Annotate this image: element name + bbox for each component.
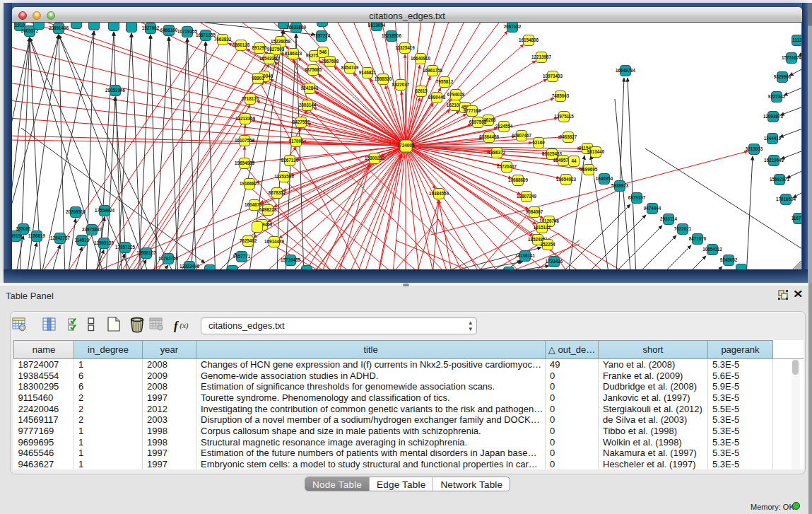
svg-text:2867608: 2867608	[322, 59, 339, 64]
svg-text:18807249: 18807249	[517, 194, 537, 199]
svg-text:11325419: 11325419	[395, 45, 415, 50]
svg-text:891295: 891295	[252, 45, 267, 50]
svg-text:7955812: 7955812	[436, 79, 454, 84]
svg-text:16046766: 16046766	[245, 202, 265, 207]
svg-text:3124554: 3124554	[495, 124, 513, 129]
svg-text:8267130: 8267130	[281, 158, 299, 163]
svg-text:7386372: 7386372	[488, 150, 506, 155]
svg-text:15226058: 15226058	[271, 39, 291, 44]
svg-text:16914479: 16914479	[264, 239, 285, 244]
svg-text:16671355: 16671355	[196, 33, 216, 37]
svg-text:16033809: 16033809	[286, 25, 307, 30]
svg-text:114519: 114519	[75, 238, 90, 243]
svg-text:6466160: 6466160	[160, 28, 178, 33]
svg-text:1640954: 1640954	[596, 176, 613, 181]
svg-text:1615132: 1615132	[534, 225, 551, 230]
svg-text:1588520: 1588520	[375, 76, 392, 81]
svg-text:16782759: 16782759	[158, 256, 179, 261]
svg-text:9777169: 9777169	[464, 108, 481, 113]
svg-text:8322037: 8322037	[392, 82, 410, 87]
svg-text:16648784: 16648784	[616, 68, 636, 73]
svg-text:2087682: 2087682	[504, 24, 522, 29]
svg-text:17016504: 17016504	[776, 197, 796, 201]
svg-text:16640910: 16640910	[411, 56, 431, 61]
svg-text:16154808: 16154808	[519, 37, 539, 42]
svg-text:15716485: 15716485	[281, 257, 301, 262]
svg-text:2935114: 2935114	[660, 216, 678, 221]
svg-text:10807467: 10807467	[512, 133, 532, 138]
svg-text:3215933: 3215933	[746, 146, 763, 151]
svg-text:11958107: 11958107	[136, 250, 156, 255]
svg-text:16107553: 16107553	[235, 138, 255, 143]
svg-text:7625402: 7625402	[240, 238, 257, 243]
svg-text:15300293: 15300293	[365, 156, 385, 160]
svg-text:12093873: 12093873	[763, 114, 784, 119]
svg-text:12942737: 12942737	[50, 235, 71, 240]
svg-text:7632621: 7632621	[674, 226, 692, 231]
svg-text:62160: 62160	[532, 140, 545, 145]
svg-text:917006: 917006	[288, 139, 304, 144]
svg-text:9084067: 9084067	[526, 209, 543, 214]
svg-text:8678352: 8678352	[269, 190, 286, 195]
svg-text:10654112: 10654112	[702, 247, 722, 252]
svg-text:11353594: 11353594	[274, 174, 294, 179]
svg-text:6897508: 6897508	[469, 119, 487, 124]
svg-text:9245652: 9245652	[720, 257, 738, 262]
svg-text:8813054: 8813054	[368, 23, 386, 28]
svg-text:(x): (x)	[180, 321, 189, 330]
svg-text:1910: 1910	[15, 23, 25, 28]
svg-text:3915: 3915	[12, 233, 20, 238]
svg-text:14136141: 14136141	[515, 253, 536, 258]
svg-text:20364436: 20364436	[479, 134, 500, 139]
svg-text:9227342: 9227342	[768, 94, 786, 99]
svg-text:9242843: 9242843	[301, 86, 319, 90]
svg-text:8471676: 8471676	[689, 236, 707, 241]
svg-text:29053346: 29053346	[105, 88, 126, 93]
svg-text:335081: 335081	[16, 226, 31, 231]
svg-text:9813440: 9813440	[587, 149, 605, 154]
svg-text:17957225: 17957225	[115, 245, 136, 250]
svg-text:16543362: 16543362	[259, 56, 280, 61]
svg-text:12975115: 12975115	[554, 114, 574, 119]
svg-text:1724005: 1724005	[397, 143, 415, 148]
svg-text:16210643: 16210643	[764, 158, 784, 163]
svg-text:12505135: 12505135	[94, 240, 114, 245]
svg-text:9329966: 9329966	[774, 74, 792, 79]
svg-text:f: f	[174, 319, 180, 332]
svg-text:19384554: 19384554	[429, 191, 449, 196]
svg-text:12923446: 12923446	[180, 264, 200, 269]
svg-text:15751074: 15751074	[782, 55, 801, 60]
svg-text:15692971: 15692971	[770, 177, 790, 182]
svg-text:116753: 116753	[792, 216, 801, 221]
svg-text:8186323: 8186323	[285, 51, 302, 56]
svg-text:1112: 1112	[792, 37, 801, 42]
svg-text:9146821: 9146821	[359, 70, 377, 75]
svg-text:8427552: 8427552	[293, 119, 310, 124]
svg-text:16961758: 16961758	[423, 68, 443, 73]
svg-text:9699695: 9699695	[580, 167, 598, 172]
svg-text:62615: 62615	[415, 88, 428, 93]
svg-text:1156819: 1156819	[28, 233, 46, 238]
svg-text:10688609: 10688609	[508, 177, 529, 182]
svg-text:252254: 252254	[540, 242, 555, 247]
svg-text:19218506: 19218506	[382, 33, 402, 38]
svg-text:7485063: 7485063	[552, 93, 570, 98]
svg-text:19166827: 19166827	[240, 181, 260, 186]
svg-text:546: 546	[319, 49, 327, 54]
svg-text:15720407: 15720407	[497, 164, 517, 169]
svg-text:2718176: 2718176	[242, 96, 259, 101]
svg-text:20206516: 20206516	[66, 209, 86, 214]
svg-text:7663822: 7663822	[214, 37, 232, 42]
svg-text:9327503: 9327503	[267, 47, 285, 52]
svg-text:8990448: 8990448	[428, 95, 446, 100]
svg-text:23975887: 23975887	[82, 227, 102, 232]
svg-text:19654923: 19654923	[556, 177, 577, 182]
svg-text:2803144: 2803144	[299, 103, 317, 107]
svg-text:12213369: 12213369	[235, 116, 256, 121]
svg-text:17559924: 17559924	[95, 208, 115, 213]
svg-text:19654983: 19654983	[235, 160, 255, 165]
svg-text:10719155: 10719155	[177, 29, 198, 34]
svg-text:98901: 98901	[252, 76, 264, 81]
svg-text:44: 44	[571, 158, 577, 163]
svg-text:6498222: 6498222	[259, 207, 277, 212]
